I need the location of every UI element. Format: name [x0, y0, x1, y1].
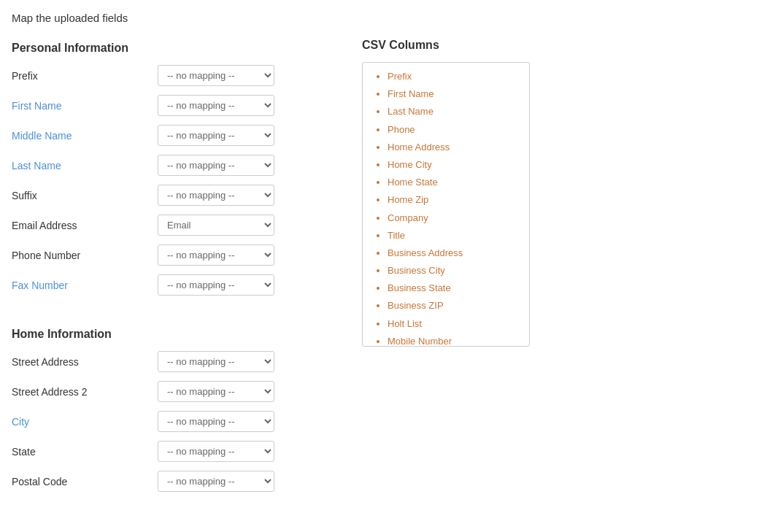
field-label-first-name: First Name — [12, 100, 158, 112]
field-select-prefix[interactable]: -- no mapping --Email — [158, 65, 274, 86]
left-column: Personal Information Prefix-- no mapping… — [12, 39, 333, 501]
field-select-state[interactable]: -- no mapping --Email — [158, 441, 274, 462]
field-label-city: City — [12, 416, 158, 428]
field-select-street-address[interactable]: -- no mapping --Email — [158, 351, 274, 372]
page-title: Map the uploaded fields — [12, 12, 755, 24]
csv-item: Business ZIP — [388, 299, 517, 312]
field-label-street-address: Street Address — [12, 356, 158, 368]
csv-item: Company — [388, 212, 517, 225]
field-label-phone-number: Phone Number — [12, 250, 158, 261]
field-select-phone-number[interactable]: -- no mapping --Email — [158, 244, 274, 266]
csv-item: Phone — [388, 123, 517, 136]
field-select-suffix[interactable]: -- no mapping --Email — [158, 185, 274, 206]
field-label-fax-number: Fax Number — [12, 280, 158, 291]
field-select-first-name[interactable]: -- no mapping --Email — [158, 95, 274, 116]
field-select-email-address[interactable]: -- no mapping --Email — [158, 215, 274, 236]
field-select-city[interactable]: -- no mapping --Email — [158, 411, 274, 432]
home-fields-container: Street Address-- no mapping --EmailStree… — [12, 351, 333, 492]
field-row-street-address: Street Address-- no mapping --Email — [12, 351, 333, 372]
csv-item: Mobile Number — [388, 335, 517, 347]
csv-item: Home City — [388, 158, 517, 171]
csv-item: Business State — [388, 282, 517, 295]
field-label-last-name: Last Name — [12, 160, 158, 171]
field-select-fax-number[interactable]: -- no mapping --Email — [158, 274, 274, 296]
field-select-street-address-2[interactable]: -- no mapping --Email — [158, 381, 274, 402]
main-layout: Personal Information Prefix-- no mapping… — [12, 39, 755, 501]
csv-item: First Name — [388, 88, 517, 101]
field-label-postal-code: Postal Code — [12, 476, 158, 487]
personal-fields-container: Prefix-- no mapping --EmailFirst Name-- … — [12, 65, 333, 296]
field-row-city: City-- no mapping --Email — [12, 411, 333, 432]
field-row-postal-code: Postal Code-- no mapping --Email — [12, 471, 333, 492]
field-select-last-name[interactable]: -- no mapping --Email — [158, 155, 274, 176]
csv-item: Business City — [388, 264, 517, 277]
field-row-phone-number: Phone Number-- no mapping --Email — [12, 244, 333, 266]
home-section-title: Home Information — [12, 328, 333, 341]
csv-item: Home Address — [388, 141, 517, 154]
field-label-email-address: Email Address — [12, 220, 158, 231]
field-row-fax-number: Fax Number-- no mapping --Email — [12, 274, 333, 296]
field-row-email-address: Email Address-- no mapping --Email — [12, 215, 333, 236]
csv-panel[interactable]: PrefixFirst NameLast NamePhoneHome Addre… — [362, 62, 530, 347]
field-select-middle-name[interactable]: -- no mapping --Email — [158, 125, 274, 146]
section-spacer — [12, 304, 333, 325]
field-label-state: State — [12, 446, 158, 458]
csv-item: Home Zip — [388, 193, 517, 207]
field-row-first-name: First Name-- no mapping --Email — [12, 95, 333, 116]
field-row-middle-name: Middle Name-- no mapping --Email — [12, 125, 333, 146]
csv-item: Home State — [388, 176, 517, 189]
field-row-street-address-2: Street Address 2-- no mapping --Email — [12, 381, 333, 402]
csv-list: PrefixFirst NameLast NamePhoneHome Addre… — [374, 70, 517, 347]
csv-title: CSV Columns — [362, 39, 537, 52]
field-row-suffix: Suffix-- no mapping --Email — [12, 185, 333, 206]
csv-item: Business Address — [388, 247, 517, 260]
field-label-suffix: Suffix — [12, 190, 158, 201]
csv-item: Title — [388, 229, 517, 242]
field-row-prefix: Prefix-- no mapping --Email — [12, 65, 333, 86]
right-column: CSV Columns PrefixFirst NameLast NamePho… — [362, 39, 537, 501]
csv-item: Prefix — [388, 70, 517, 83]
field-label-middle-name: Middle Name — [12, 130, 158, 142]
csv-item: Last Name — [388, 105, 517, 118]
csv-item: Holt List — [388, 317, 517, 331]
field-select-postal-code[interactable]: -- no mapping --Email — [158, 471, 274, 492]
field-row-last-name: Last Name-- no mapping --Email — [12, 155, 333, 176]
personal-section-title: Personal Information — [12, 42, 333, 55]
field-label-street-address-2: Street Address 2 — [12, 386, 158, 398]
field-label-prefix: Prefix — [12, 70, 158, 82]
field-row-state: State-- no mapping --Email — [12, 441, 333, 462]
